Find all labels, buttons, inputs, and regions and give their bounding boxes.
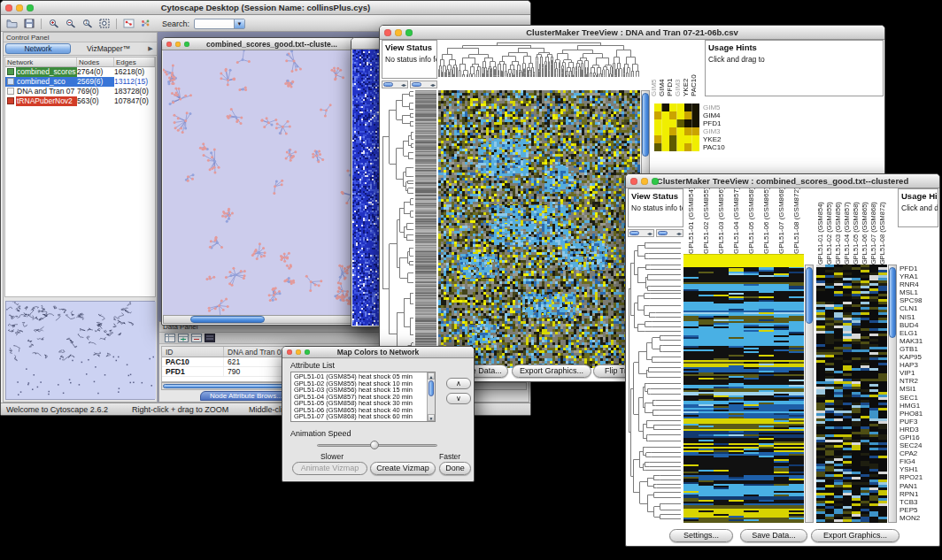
attribute-list-item[interactable]: GPL51-06 (GSM865) heat shock 40 min <box>292 407 426 414</box>
delete-attribute-button[interactable] <box>191 334 202 342</box>
scrollbar-thumb[interactable] <box>806 267 813 324</box>
row-dendrogram-canvas[interactable] <box>382 90 413 368</box>
treeview-dna-titlebar[interactable]: ClusterMaker TreeView : DNA and Tran 07-… <box>380 26 884 40</box>
minimize-button[interactable] <box>641 178 648 185</box>
network-list-row[interactable]: tRNAPuberNov2563(0)107847(0) <box>5 96 155 106</box>
attribute-list-item[interactable]: GPL51-02 (GSM855) heat shock 10 min <box>292 380 426 387</box>
export-graphics-button[interactable]: Export Graphics... <box>512 364 591 378</box>
scroll-up-icon[interactable]: ▲ <box>428 372 435 380</box>
create-vizmap-button[interactable]: Create Vizmap <box>370 462 436 475</box>
heatmap-vscrollbar[interactable] <box>805 265 814 523</box>
zoom-out-button[interactable] <box>63 17 78 30</box>
move-down-button[interactable]: ∨ <box>446 393 471 404</box>
heatmap-canvas[interactable] <box>438 90 640 368</box>
map-colors-dialog: Map Colors to Network Attribute List GPL… <box>282 346 475 482</box>
done-button[interactable]: Done <box>439 462 471 475</box>
attribute-list-vscrollbar[interactable]: ▲ ▼ <box>427 372 435 421</box>
attribute-list-item[interactable]: GPL51-01 (GSM854) heat shock 05 min <box>292 373 426 380</box>
scrollbar-thumb[interactable] <box>383 82 393 87</box>
tab-vizmapper[interactable]: VizMapper™ <box>71 44 146 53</box>
column-network[interactable]: Network <box>5 58 77 66</box>
main-titlebar[interactable]: Cytoscape Desktop (Session Name: collins… <box>1 1 530 15</box>
minimize-button[interactable] <box>175 42 181 47</box>
save-data-button[interactable]: Save Data... <box>740 529 807 542</box>
zoom-button[interactable] <box>184 42 189 47</box>
scroll-arrows-icon[interactable]: ◂▸ <box>401 81 406 88</box>
animate-vizmap-button[interactable]: Animate Vizmap <box>292 462 367 475</box>
tab-network[interactable]: Network <box>5 43 71 54</box>
zoom-heatmap-canvas[interactable] <box>816 265 887 523</box>
scrollbar-thumb[interactable] <box>190 316 265 323</box>
zoom-fit-button[interactable] <box>97 17 112 30</box>
close-button[interactable] <box>287 349 292 355</box>
column-nodes[interactable]: Nodes <box>77 58 114 66</box>
network-list-row[interactable]: DNA and Tran 07769(0)183728(0) <box>5 87 155 96</box>
slower-label: Slower <box>320 452 344 461</box>
new-network-button[interactable] <box>138 17 153 30</box>
attribute-list-item[interactable]: GPL51-04 (GSM857) heat shock 20 min <box>292 394 426 401</box>
minimize-button[interactable] <box>296 349 301 355</box>
strip-hscrollbar[interactable]: ◂▸ <box>656 229 683 237</box>
settings-button[interactable]: Settings... <box>669 529 733 542</box>
export-graphics-button[interactable]: Export Graphics... <box>811 529 900 542</box>
close-button[interactable] <box>630 178 637 185</box>
scrollbar-thumb[interactable] <box>629 231 639 235</box>
search-input[interactable]: ▼ <box>194 19 245 29</box>
minimize-button[interactable] <box>395 29 402 36</box>
scrollbar-thumb[interactable] <box>642 93 649 157</box>
save-session-button[interactable] <box>21 17 36 30</box>
network-hscrollbar[interactable] <box>163 315 374 324</box>
dendrogram-hscrollbar[interactable]: ◂▸ <box>382 81 408 88</box>
zoom-button[interactable] <box>27 4 34 12</box>
zoom-button[interactable] <box>405 29 413 36</box>
attribute-list-item[interactable]: GPL51-05 (GSM858) heat shock 30 min <box>292 400 426 407</box>
zoom-in-button[interactable] <box>46 17 61 30</box>
scroll-down-icon[interactable]: ▼ <box>428 414 435 421</box>
attribute-function-button[interactable] <box>205 334 215 342</box>
scroll-arrows-icon[interactable]: ◂▸ <box>647 230 652 237</box>
node-attribute-browser-tab[interactable]: Node Attribute Brows... <box>200 391 292 401</box>
network-overview-canvas[interactable] <box>6 302 156 399</box>
create-attribute-button[interactable] <box>178 334 189 342</box>
select-attributes-button[interactable] <box>165 334 175 342</box>
network-list-row[interactable]: combined_scores2764(0)16218(0) <box>5 67 155 77</box>
close-button[interactable] <box>5 4 12 12</box>
matrix-canvas[interactable] <box>352 50 382 326</box>
selected-cluster-band[interactable] <box>683 254 804 265</box>
column-id[interactable]: ID <box>162 347 224 357</box>
minimize-button[interactable] <box>16 4 23 12</box>
column-edges[interactable]: Edges <box>114 58 155 66</box>
scrollbar-thumb[interactable] <box>429 380 434 396</box>
close-button[interactable] <box>166 42 172 47</box>
zoom-heatmap-vscrollbar[interactable] <box>888 265 897 523</box>
dendrogram-hscrollbar[interactable]: ◂▸ <box>628 229 654 237</box>
search-dropdown-icon[interactable]: ▼ <box>234 19 244 28</box>
heatmap-canvas[interactable] <box>683 265 804 523</box>
network-list-row[interactable]: combined_sco2569(6)13112(15) <box>5 77 155 87</box>
tab-scroll-arrow-icon[interactable]: ▶ <box>146 45 155 52</box>
scrollbar-thumb[interactable] <box>658 231 668 235</box>
network-view-titlebar[interactable]: combined_scores_good.txt--cluste... <box>162 38 382 50</box>
move-up-button[interactable]: ∧ <box>446 378 471 389</box>
slider-thumb[interactable] <box>370 441 379 449</box>
dialog-titlebar[interactable]: Map Colors to Network <box>282 347 474 358</box>
attribute-list-item[interactable]: GPL51-07 (GSM868) heat shock 60 min <box>292 413 426 420</box>
zoom-button[interactable] <box>305 349 310 355</box>
attribute-list-item[interactable]: GPL51-03 (GSM856) heat shock 15 min <box>292 387 426 394</box>
summary-matrix-canvas[interactable] <box>654 104 699 151</box>
strip-hscrollbar[interactable]: ◂▸ <box>410 81 437 88</box>
row-index-strip-canvas[interactable] <box>415 90 436 368</box>
treeview-combined-titlebar[interactable]: ClusterMaker TreeView : combined_scores_… <box>626 174 939 188</box>
scrollbar-thumb[interactable] <box>412 82 421 87</box>
zoom-one-to-one-button[interactable]: 1 <box>80 17 95 30</box>
scrollbar-thumb[interactable] <box>889 267 896 338</box>
open-session-button[interactable] <box>4 17 19 30</box>
network-graph-canvas[interactable] <box>163 50 374 316</box>
scroll-arrows-icon[interactable]: ◂▸ <box>430 81 436 88</box>
network-overview-button[interactable] <box>121 17 136 30</box>
zoom-button[interactable] <box>652 178 659 185</box>
scroll-arrows-icon[interactable]: ◂▸ <box>676 230 682 237</box>
close-button[interactable] <box>384 29 391 36</box>
row-dendrogram-canvas[interactable] <box>628 239 681 522</box>
column-dendrogram-canvas[interactable] <box>438 42 640 77</box>
